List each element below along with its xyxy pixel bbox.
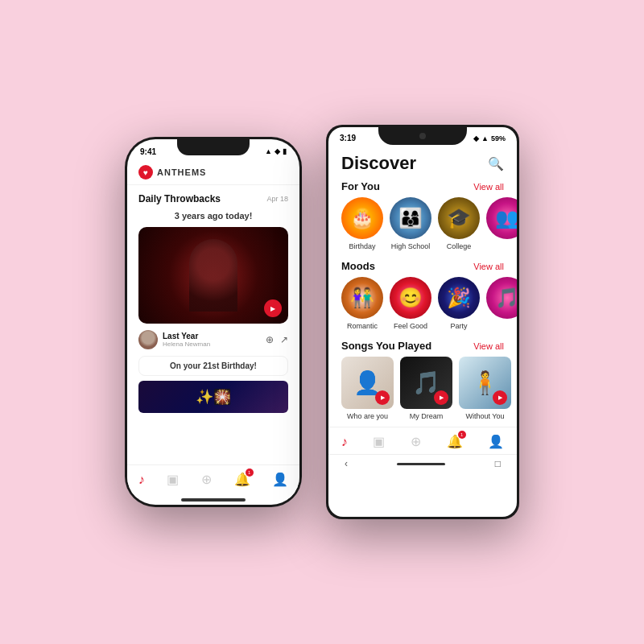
- android-bottom-nav: ♪ ▣ ⊕ 🔔 1 👤: [328, 427, 517, 454]
- android-status-icons: ◆ ▲ 59%: [473, 134, 506, 142]
- iphone-screen: 9:41 ▲ ◆ ▮ ♥ ANTHEMS Daily Throwbacks: [127, 139, 299, 505]
- android-screen: 3:19 ◆ ▲ 59% Discover 🔍 For You View all: [328, 127, 517, 517]
- extra-persons: 👥: [486, 197, 517, 239]
- moods-row: 👫 Romantic 😊 Feel Good 🎉: [328, 277, 517, 336]
- my-dream-thumb: 🎵 ▶: [400, 357, 452, 409]
- battery-icon: ▮: [283, 147, 287, 155]
- android-nav-music[interactable]: ♪: [341, 435, 348, 449]
- songs-label: Songs You Played: [341, 340, 431, 352]
- feelgood-circle-img: 😊: [390, 277, 431, 319]
- song-without-you[interactable]: 🧍 ▶ Without You: [459, 357, 511, 420]
- android-time: 3:19: [340, 134, 356, 142]
- song-card[interactable]: ▶: [138, 227, 288, 324]
- song-title: Last Year: [163, 332, 210, 341]
- iphone-scroll-content: Daily Throwbacks Apr 18 3 years ago toda…: [127, 185, 299, 464]
- mood-extra-persons: 🎵: [486, 277, 517, 319]
- extra-circle-img: 👥: [486, 197, 517, 239]
- moods-label: Moods: [341, 260, 375, 272]
- iphone-app-content: ♥ ANTHEMS Daily Throwbacks Apr 18 3 year…: [127, 160, 299, 505]
- artist-name: Helena Newman: [163, 341, 210, 348]
- android-wifi-icon: ◆: [473, 134, 479, 142]
- song-actions: ⊕ ↗: [266, 334, 288, 345]
- android-home-indicator[interactable]: [397, 463, 445, 465]
- front-camera: [419, 133, 426, 139]
- mood-feelgood[interactable]: 😊 Feel Good: [390, 277, 431, 330]
- category-college[interactable]: 🎓 College: [438, 197, 480, 250]
- nav-add-icon[interactable]: ⊕: [201, 472, 212, 487]
- who-label: Who are you: [347, 412, 388, 420]
- song-my-dream[interactable]: 🎵 ▶ My Dream: [400, 357, 452, 420]
- for-you-view-all[interactable]: View all: [473, 182, 504, 192]
- anthems-logo: ♥ ANTHEMS: [138, 165, 206, 180]
- android-nav-library[interactable]: ▣: [373, 434, 385, 449]
- section-date: Apr 18: [266, 195, 288, 203]
- dream-play-btn[interactable]: ▶: [434, 390, 448, 405]
- add-to-playlist-icon[interactable]: ⊕: [266, 334, 274, 345]
- song-info-row: Last Year Helena Newman ⊕ ↗: [138, 330, 288, 349]
- nav-music-icon[interactable]: ♪: [138, 473, 145, 487]
- birthday-label: Birthday: [349, 242, 375, 250]
- play-button[interactable]: ▶: [264, 299, 282, 317]
- android-system-bar: ‹ □: [328, 454, 517, 473]
- college-persons: 🎓: [438, 197, 480, 239]
- fireworks-icon: ✨🎇: [196, 388, 231, 406]
- college-label: College: [447, 242, 472, 250]
- romantic-circle-img: 👫: [341, 277, 383, 319]
- page-title: Discover: [341, 153, 416, 174]
- mood-romantic[interactable]: 👫 Romantic: [341, 277, 383, 330]
- mood-party[interactable]: 🎉 Party: [438, 277, 480, 330]
- who-play-btn[interactable]: ▶: [375, 390, 390, 405]
- avatar-image: [138, 330, 158, 349]
- notification-badge: 1: [246, 469, 254, 477]
- search-icon[interactable]: 🔍: [488, 156, 504, 171]
- romantic-label: Romantic: [347, 322, 378, 330]
- songs-view-all[interactable]: View all: [473, 341, 504, 351]
- college-circle-img: 🎓: [438, 197, 480, 239]
- feelgood-label: Feel Good: [394, 322, 427, 330]
- android-signal-icon: ▲: [481, 134, 489, 142]
- moods-view-all[interactable]: View all: [473, 262, 504, 271]
- without-you-thumb: 🧍 ▶: [459, 357, 511, 409]
- category-birthday[interactable]: 🎂 Birthday: [341, 197, 383, 250]
- song-info-left: Last Year Helena Newman: [138, 330, 210, 349]
- dream-label: My Dream: [410, 412, 444, 420]
- category-extra[interactable]: 👥: [486, 197, 517, 250]
- wifi-icon: ◆: [275, 147, 280, 155]
- category-highschool[interactable]: 👨‍👩‍👦 High School: [390, 197, 431, 250]
- phones-container: 9:41 ▲ ◆ ▮ ♥ ANTHEMS Daily Throwbacks: [125, 125, 519, 519]
- share-icon[interactable]: ↗: [280, 334, 288, 345]
- years-ago-label: 3 years ago today!: [138, 211, 288, 221]
- birthday-circle-img: 🎂: [341, 197, 383, 239]
- highschool-persons: 👨‍👩‍👦: [390, 197, 431, 239]
- signal-icon: ▲: [265, 147, 272, 155]
- iphone-notch: [177, 139, 250, 155]
- nav-library-icon[interactable]: ▣: [167, 472, 179, 487]
- iphone-time: 9:41: [140, 147, 156, 156]
- section-header: Daily Throwbacks Apr 18: [138, 193, 288, 204]
- party-circle-img: 🎉: [438, 277, 480, 319]
- home-indicator: [181, 498, 246, 502]
- app-name-label: ANTHEMS: [157, 167, 206, 177]
- android-device: 3:19 ◆ ▲ 59% Discover 🔍 For You View all: [326, 125, 519, 519]
- nav-profile-icon[interactable]: 👤: [272, 472, 288, 487]
- song-who-are-you[interactable]: 👤 ▶ Who are you: [341, 357, 394, 420]
- without-play-btn[interactable]: ▶: [493, 390, 507, 405]
- for-you-section-header: For You View all: [328, 177, 517, 197]
- artist-avatar: [138, 330, 158, 349]
- app-header: ♥ ANTHEMS: [127, 160, 299, 185]
- songs-played-row: 👤 ▶ Who are you 🎵 ▶ My Dream: [328, 357, 517, 427]
- recents-button[interactable]: □: [495, 458, 501, 469]
- android-nav-notifications[interactable]: 🔔 1: [447, 434, 463, 449]
- romantic-persons: 👫: [341, 277, 383, 319]
- highschool-label: High School: [391, 242, 431, 250]
- mood-extra[interactable]: 🎵: [486, 277, 517, 330]
- highschool-circle-img: 👨‍👩‍👦: [390, 197, 431, 239]
- feelgood-persons: 😊: [390, 277, 431, 319]
- party-label: Party: [450, 322, 467, 330]
- for-you-label: For You: [341, 180, 380, 192]
- android-nav-profile[interactable]: 👤: [488, 434, 504, 449]
- nav-notifications-icon[interactable]: 🔔 1: [234, 472, 250, 487]
- android-nav-add[interactable]: ⊕: [411, 434, 421, 449]
- section-title: Daily Throwbacks: [138, 193, 221, 204]
- back-button[interactable]: ‹: [345, 458, 348, 469]
